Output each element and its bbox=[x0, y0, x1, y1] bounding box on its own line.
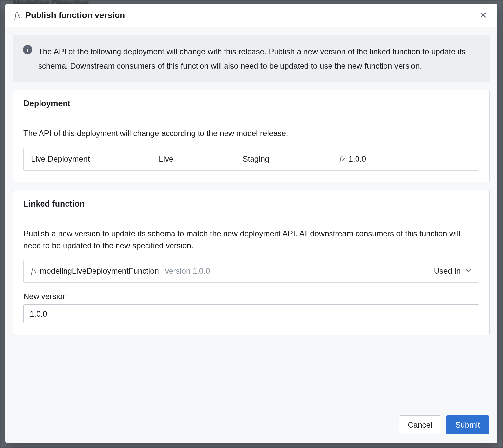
deployment-section-title: Deployment bbox=[23, 99, 479, 108]
function-icon: fx bbox=[14, 11, 21, 20]
used-in-dropdown[interactable]: Used in bbox=[434, 266, 472, 276]
linked-function-section: Linked function Publish a new version to… bbox=[13, 190, 490, 335]
close-icon: ✕ bbox=[479, 10, 487, 21]
modal-body: i The API of the following deployment wi… bbox=[5, 27, 497, 408]
deployment-section-body: The API of this deployment will change a… bbox=[13, 117, 489, 182]
deployment-row: Live Deployment Live Staging fx 1.0.0 bbox=[23, 148, 479, 171]
deployment-name: Live Deployment bbox=[31, 154, 159, 164]
info-text: The API of the following deployment will… bbox=[38, 44, 480, 73]
used-in-label: Used in bbox=[434, 266, 461, 276]
function-icon: fx bbox=[31, 266, 37, 275]
modal-footer: Cancel Submit bbox=[5, 408, 497, 443]
new-version-input[interactable] bbox=[23, 304, 479, 323]
deployment-description: The API of this deployment will change a… bbox=[23, 127, 479, 139]
info-banner: i The API of the following deployment wi… bbox=[13, 35, 490, 82]
function-icon: fx bbox=[339, 154, 345, 163]
cancel-button[interactable]: Cancel bbox=[399, 415, 441, 434]
modal-title: Publish function version bbox=[25, 10, 125, 20]
publish-function-modal: fx Publish function version ✕ i The API … bbox=[5, 4, 497, 443]
linked-function-section-title: Linked function bbox=[23, 199, 479, 209]
function-row: fx modelingLiveDeploymentFunction versio… bbox=[23, 260, 479, 283]
submit-button[interactable]: Submit bbox=[446, 415, 489, 434]
deployment-version: fx 1.0.0 bbox=[339, 154, 472, 164]
new-version-label: New version bbox=[23, 292, 479, 301]
close-button[interactable]: ✕ bbox=[478, 10, 488, 21]
modal-header: fx Publish function version ✕ bbox=[5, 4, 497, 27]
linked-function-section-header: Linked function bbox=[13, 190, 489, 217]
linked-function-description: Publish a new version to update its sche… bbox=[23, 227, 479, 252]
deployment-version-text: 1.0.0 bbox=[349, 154, 366, 164]
function-name: modelingLiveDeploymentFunction bbox=[40, 266, 159, 276]
deployment-env-staging: Staging bbox=[243, 154, 340, 164]
linked-function-section-body: Publish a new version to update its sche… bbox=[13, 217, 489, 335]
deployment-section-header: Deployment bbox=[13, 90, 489, 117]
deployment-section: Deployment The API of this deployment wi… bbox=[13, 90, 490, 182]
info-icon: i bbox=[23, 45, 32, 54]
function-version: version 1.0.0 bbox=[165, 266, 210, 276]
deployment-env-live: Live bbox=[159, 154, 242, 164]
chevron-down-icon bbox=[465, 266, 472, 276]
